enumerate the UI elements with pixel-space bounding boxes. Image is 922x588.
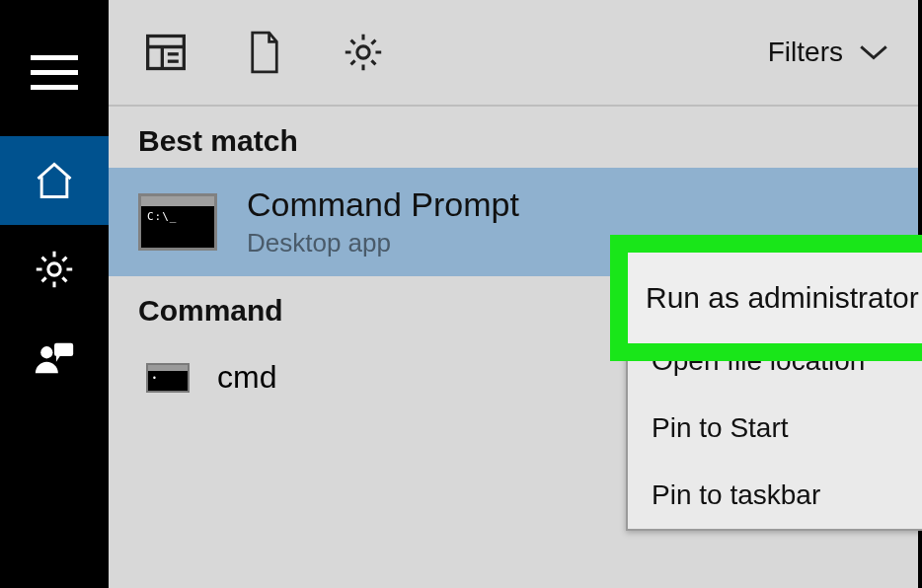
filters-label: Filters <box>768 37 843 68</box>
sidebar <box>0 0 109 588</box>
cmd-label: cmd <box>217 359 276 396</box>
sidebar-item-settings[interactable] <box>0 225 109 314</box>
filter-apps-button[interactable] <box>136 23 195 82</box>
result-title: Command Prompt <box>247 185 519 224</box>
chevron-down-icon <box>857 42 890 62</box>
cmd-icon: • <box>146 363 190 393</box>
svg-rect-3 <box>148 37 185 69</box>
gear-icon <box>341 30 386 75</box>
filter-documents-button[interactable] <box>235 23 294 82</box>
sidebar-item-home[interactable] <box>0 136 109 225</box>
context-pin-to-taskbar[interactable]: Pin to taskbar <box>628 462 922 529</box>
result-subtitle: Desktop app <box>247 228 519 258</box>
svg-point-1 <box>40 346 52 358</box>
context-pin-to-start[interactable]: Pin to Start <box>628 395 922 462</box>
gear-icon <box>32 247 77 292</box>
section-best-match: Best match <box>109 107 918 168</box>
sidebar-item-menu[interactable] <box>0 28 109 116</box>
apps-icon <box>144 31 188 74</box>
top-filter-row: Filters <box>109 0 918 107</box>
start-menu-search: Filters Best match C:\_ Command Prompt D… <box>0 0 922 588</box>
tutorial-highlight: Run as administrator <box>610 235 922 361</box>
menu-icon <box>31 55 78 90</box>
home-icon <box>33 159 76 202</box>
result-text: Command Prompt Desktop app <box>247 185 519 258</box>
document-icon <box>246 30 283 75</box>
sidebar-item-people[interactable] <box>0 314 109 403</box>
svg-point-8 <box>357 46 369 58</box>
command-prompt-icon: C:\_ <box>138 193 217 251</box>
highlight-text: Run as administrator <box>646 281 919 315</box>
svg-point-0 <box>48 263 60 275</box>
search-results-panel: Filters Best match C:\_ Command Prompt D… <box>109 0 922 588</box>
svg-rect-2 <box>54 343 73 356</box>
filter-settings-button[interactable] <box>334 23 393 82</box>
filters-dropdown[interactable]: Filters <box>768 37 890 68</box>
people-icon <box>32 335 77 381</box>
